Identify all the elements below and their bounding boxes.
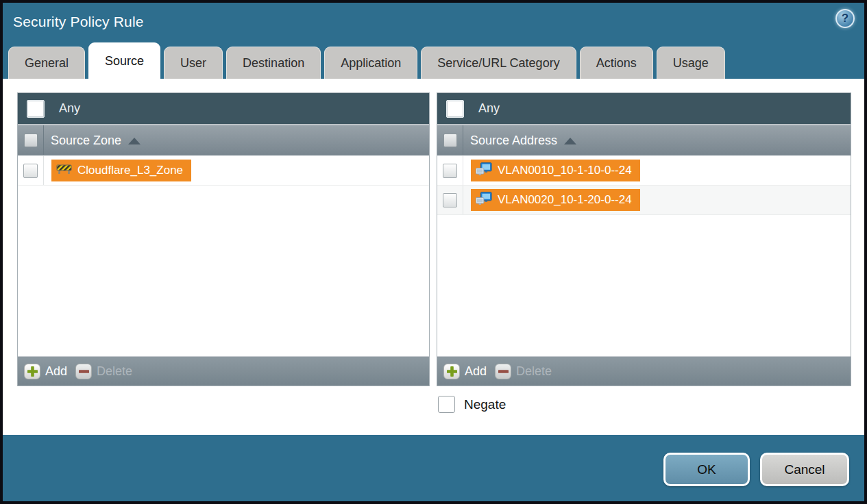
- tab-application[interactable]: Application: [324, 47, 417, 79]
- plus-icon: [24, 364, 40, 379]
- help-icon[interactable]: ?: [835, 9, 855, 28]
- title-bar: Security Policy Rule ?: [3, 3, 864, 42]
- address-delete-button[interactable]: Delete: [495, 364, 552, 379]
- dialog-footer: OK Cancel: [3, 435, 864, 501]
- address-column-header: Source Address: [437, 124, 851, 155]
- address-row-checkbox-cell: [437, 186, 463, 214]
- zone-select-all-checkbox[interactable]: [24, 134, 38, 147]
- zone-any-checkbox[interactable]: [27, 100, 45, 118]
- source-zone-panel: Any Source Zone: [17, 92, 430, 386]
- address-select-all-cell: [437, 125, 463, 155]
- zone-row-checkbox[interactable]: [23, 164, 38, 178]
- address-entry-label: VLAN0010_10-1-10-0--24: [498, 164, 632, 177]
- address-rows: VLAN0010_10-1-10-0--24: [437, 155, 851, 356]
- negate-row: Negate: [438, 396, 864, 413]
- zone-delete-label: Delete: [97, 364, 132, 379]
- tab-general[interactable]: General: [8, 47, 85, 79]
- zone-select-all-cell: [18, 125, 44, 155]
- ok-button[interactable]: OK: [663, 453, 750, 486]
- address-add-button[interactable]: Add: [443, 364, 487, 379]
- table-row: Cloudflare_L3_Zone: [18, 156, 429, 186]
- address-add-label: Add: [465, 364, 487, 379]
- address-entry-label: VLAN0020_10-1-20-0--24: [498, 193, 632, 207]
- zone-any-row: Any: [18, 93, 429, 124]
- address-row-checkbox-cell: [437, 156, 463, 185]
- address-row-checkbox[interactable]: [443, 164, 457, 178]
- sort-ascending-icon: [128, 138, 141, 144]
- zone-column-label: Source Zone: [51, 134, 121, 148]
- address-entry-chip[interactable]: VLAN0020_10-1-20-0--24: [471, 189, 640, 211]
- address-select-all-checkbox[interactable]: [443, 134, 457, 147]
- minus-icon: [75, 364, 92, 379]
- address-any-label: Any: [478, 101, 500, 116]
- zone-add-button[interactable]: Add: [24, 364, 67, 379]
- zone-column-header: Source Zone: [18, 124, 429, 155]
- zone-panel-toolbar: Add Delete: [18, 356, 429, 386]
- zone-icon: [56, 163, 72, 178]
- tab-destination[interactable]: Destination: [226, 47, 321, 79]
- zone-entry-label: Cloudflare_L3_Zone: [77, 164, 183, 177]
- address-icon: [476, 162, 492, 179]
- plus-icon: [443, 364, 460, 379]
- negate-checkbox[interactable]: [438, 396, 455, 413]
- tab-actions[interactable]: Actions: [580, 47, 653, 79]
- address-column-label: Source Address: [470, 134, 557, 148]
- zone-entry-chip[interactable]: Cloudflare_L3_Zone: [51, 160, 191, 181]
- dialog-title: Security Policy Rule: [13, 14, 144, 30]
- table-row: VLAN0010_10-1-10-0--24: [437, 156, 851, 186]
- minus-icon: [495, 364, 511, 379]
- tab-user[interactable]: User: [164, 47, 223, 79]
- source-tab-content: Any Source Zone: [3, 79, 864, 435]
- tab-strip: General Source User Destination Applicat…: [3, 42, 864, 79]
- address-delete-label: Delete: [516, 364, 552, 379]
- sort-ascending-icon: [564, 138, 576, 144]
- address-row-checkbox[interactable]: [443, 193, 457, 207]
- tab-usage[interactable]: Usage: [657, 47, 725, 79]
- zone-rows: Cloudflare_L3_Zone: [18, 155, 429, 356]
- cancel-button[interactable]: Cancel: [760, 453, 849, 486]
- address-any-row: Any: [437, 93, 851, 124]
- security-policy-rule-dialog: Security Policy Rule ? General Source Us…: [0, 0, 867, 504]
- address-entry-chip[interactable]: VLAN0010_10-1-10-0--24: [471, 160, 640, 181]
- negate-label: Negate: [464, 397, 506, 412]
- zone-any-label: Any: [59, 101, 80, 116]
- address-icon: [476, 192, 492, 209]
- tab-source[interactable]: Source: [88, 42, 160, 79]
- tab-service-url-category[interactable]: Service/URL Category: [421, 47, 576, 79]
- panels-container: Any Source Zone: [3, 79, 864, 386]
- zone-add-label: Add: [45, 364, 67, 379]
- zone-delete-button[interactable]: Delete: [75, 364, 132, 379]
- table-row: VLAN0020_10-1-20-0--24: [437, 186, 851, 215]
- address-any-checkbox[interactable]: [446, 100, 464, 118]
- zone-column-title[interactable]: Source Zone: [44, 125, 141, 155]
- address-column-title[interactable]: Source Address: [463, 125, 576, 155]
- source-address-panel: Any Source Address: [437, 92, 851, 386]
- zone-row-checkbox-cell: [18, 156, 44, 185]
- address-panel-toolbar: Add Delete: [437, 356, 851, 386]
